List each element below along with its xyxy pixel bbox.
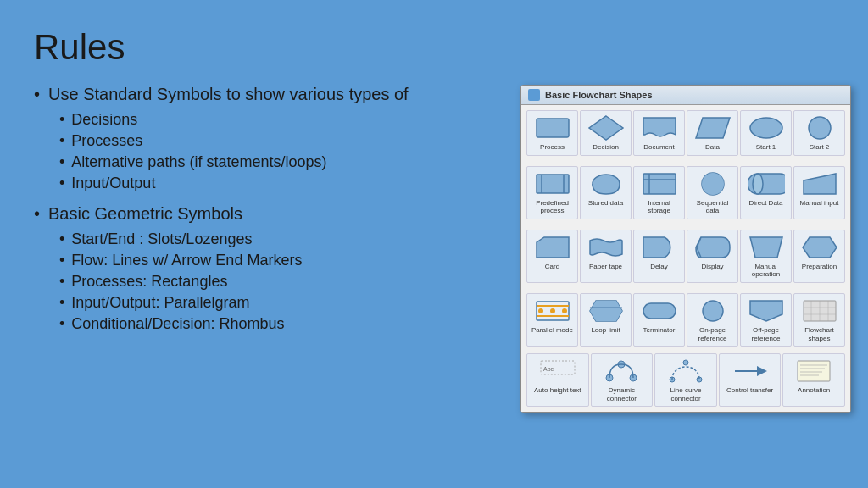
sub-1-3-text: Alternative paths (if statements/loops): [71, 153, 326, 171]
delay-label: Delay: [650, 263, 667, 271]
stored-label: Stored data: [588, 199, 623, 208]
panel-title: Basic Flowchart Shapes: [545, 90, 653, 100]
shape-delay: Delay: [633, 230, 685, 283]
paper-tape-label: Paper tape: [589, 263, 622, 271]
sub-1-2: • Processes: [59, 132, 534, 150]
shape-card: Card: [526, 230, 578, 283]
start2-label: Start 2: [810, 143, 830, 152]
bullet-dot-2: •: [34, 204, 40, 224]
svg-point-24: [550, 308, 555, 313]
card-label: Card: [545, 263, 559, 271]
shape-internal: Internal storage: [633, 166, 685, 219]
shape-annotation: Annotation: [782, 353, 845, 407]
linecurve-label: Line curve connector: [657, 386, 715, 402]
shapes-row-2: Predefined process Stored data: [521, 161, 850, 225]
shape-terminator: Terminator: [633, 293, 685, 347]
manual-op-icon: [748, 234, 785, 261]
shape-direct: Direct Data: [740, 166, 792, 219]
internal-icon: [641, 170, 678, 197]
svg-rect-47: [798, 361, 830, 381]
shape-autoheight: Abc Auto height text: [526, 353, 589, 407]
terminator-icon: [641, 297, 678, 324]
display-label: Display: [701, 263, 723, 271]
shape-paper-tape: Paper tape: [580, 230, 632, 283]
svg-marker-18: [750, 237, 782, 258]
data-icon: [694, 114, 732, 141]
terminator-label: Terminator: [643, 326, 676, 335]
manual-icon: [801, 170, 838, 197]
sub-1-4-text: Input/Output: [71, 175, 155, 192]
sub-1-1-text: Decisions: [71, 111, 137, 129]
start1-icon: [748, 114, 785, 141]
stored-icon: [587, 170, 625, 197]
panel-icon: [528, 89, 540, 101]
loop-icon: [587, 297, 625, 324]
sub-2-4-text: Input/Output: Parallelgram: [71, 294, 249, 312]
bullet-1: • Use Standard Symbols to show various t…: [34, 85, 534, 104]
paper-tape-icon: [587, 234, 625, 261]
shape-sequential: Sequential data: [687, 166, 738, 219]
shape-onpage: On-page reference: [687, 293, 738, 347]
sequential-label: Sequential data: [689, 199, 736, 215]
svg-rect-0: [537, 119, 569, 137]
svg-text:Abc: Abc: [543, 366, 554, 372]
bullet-2: • Basic Geometric Symbols: [34, 204, 534, 224]
sub-1-4: • Input/Output: [59, 175, 534, 192]
process-label: Process: [540, 143, 565, 152]
slide: Rules • Use Standard Symbols to show var…: [0, 0, 868, 488]
flowchart-label: Flowchart shapes: [796, 326, 843, 342]
svg-marker-31: [750, 301, 782, 321]
shape-predefined: Predefined process: [526, 166, 578, 219]
linecurve-icon: [667, 358, 704, 385]
svg-marker-27: [590, 301, 622, 321]
shape-flowchart: Flowchart shapes: [793, 293, 845, 347]
svg-rect-8: [643, 174, 676, 194]
start1-label: Start 1: [756, 143, 776, 152]
sub-1-3: • Alternative paths (if statements/loops…: [59, 153, 534, 171]
shape-linecurve: Line curve connector: [654, 353, 717, 407]
svg-point-25: [562, 308, 567, 313]
onpage-label: On-page reference: [689, 326, 736, 342]
svg-marker-19: [803, 237, 837, 258]
shape-control: Control transfer: [719, 353, 782, 407]
shapes-row-1: Process Decision Document: [521, 105, 850, 161]
shape-loop: Loop limit: [580, 293, 632, 347]
bullet-dot-1: •: [34, 85, 40, 104]
svg-point-4: [809, 117, 831, 139]
svg-marker-14: [804, 174, 836, 194]
slide-title: Rules: [34, 27, 834, 68]
sub-2-4: • Input/Output: Parallelgram: [59, 294, 534, 312]
sub-2-2: • Flow: Lines w/ Arrow End Markers: [59, 252, 534, 269]
autoheight-icon: Abc: [539, 358, 576, 385]
shapes-row-5: Abc Auto height text Dynamic connector: [521, 352, 850, 412]
shape-stored: Stored data: [580, 166, 632, 219]
sub-2-5-text: Conditional/Decision: Rhombus: [71, 315, 284, 333]
sub-2-1-text: Start/End : Slots/Lozenges: [71, 230, 252, 248]
control-label: Control transfer: [726, 386, 773, 395]
dynamic-label: Dynamic connector: [593, 386, 651, 402]
svg-rect-29: [643, 303, 676, 319]
svg-point-44: [683, 360, 688, 365]
sub-2-3-text: Processes: Rectangles: [71, 273, 227, 291]
shape-data: Data: [687, 110, 738, 156]
shapes-panel: Basic Flowchart Shapes Process Decision: [520, 85, 851, 413]
shape-document: Document: [633, 110, 685, 156]
shape-manual: Manual input: [793, 166, 845, 219]
card-icon: [534, 234, 571, 261]
shape-display: Display: [687, 230, 738, 283]
preparation-icon: [801, 234, 838, 261]
predefined-icon: [534, 170, 571, 197]
onpage-icon: [694, 297, 732, 324]
shapes-row-4: Parallel mode Loop limit: [521, 288, 850, 352]
predefined-label: Predefined process: [529, 199, 576, 215]
manual-op-label: Manual operation: [743, 263, 789, 279]
bullet-1-text: Use Standard Symbols to show various typ…: [48, 85, 409, 104]
bullet-2-text: Basic Geometric Symbols: [48, 204, 242, 224]
sequential-icon: [694, 170, 732, 197]
decision-label: Decision: [593, 143, 619, 152]
shape-dynamic: Dynamic connector: [591, 353, 654, 407]
shapes-row-3: Card Paper tape Delay: [521, 225, 850, 288]
shape-start2: Start 2: [793, 110, 845, 156]
internal-label: Internal storage: [636, 199, 682, 215]
offpage-icon: [748, 297, 785, 324]
